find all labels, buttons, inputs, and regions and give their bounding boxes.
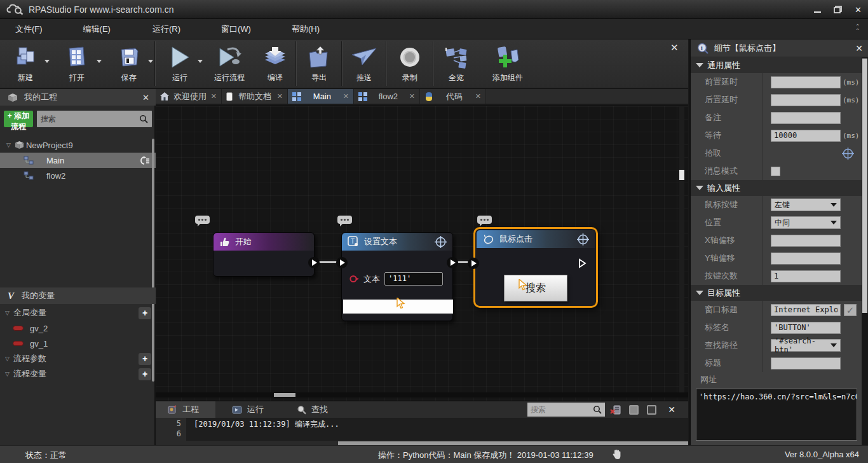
tab-flow2[interactable]: flow2 ✕ (354, 89, 420, 104)
pick-target-icon[interactable] (577, 233, 589, 245)
input-source-icon[interactable] (349, 275, 359, 283)
pick-target-icon[interactable] (435, 236, 447, 248)
tree-item-gv2[interactable]: gv_2 (0, 321, 156, 336)
section-target[interactable]: 目标属性 (691, 285, 863, 301)
close-button[interactable]: ✕ (855, 5, 862, 15)
add-flow-variable-button[interactable]: + (139, 368, 151, 380)
run-dropdown-icon[interactable] (198, 60, 203, 63)
tab-welcome[interactable]: 欢迎使用 ✕ (156, 89, 222, 104)
scrollbar-thumb[interactable] (862, 59, 867, 313)
tag-name-input[interactable] (771, 322, 841, 334)
tree-item-global-vars[interactable]: ▽ 全局变量 + (0, 305, 156, 321)
export-button[interactable]: 导出 (297, 39, 341, 88)
post-delay-input[interactable] (771, 94, 841, 106)
flow-canvas[interactable]: 开始 T 设置文本 (156, 106, 688, 401)
new-dropdown-icon[interactable] (44, 60, 50, 63)
tree-item-project[interactable]: ▽ NewProject9 (0, 137, 156, 153)
chevron-down-icon[interactable]: ▽ (5, 310, 10, 316)
tab-close-icon[interactable]: ✕ (277, 92, 283, 100)
remark-input[interactable] (771, 112, 841, 124)
title-input[interactable] (771, 357, 841, 370)
restore-button[interactable] (834, 6, 842, 13)
toolbar-close-icon[interactable]: ✕ (670, 42, 679, 53)
chevron-down-icon[interactable]: ▽ (6, 142, 11, 148)
flow-run-config-icon[interactable] (140, 156, 151, 165)
section-collapse-icon[interactable] (696, 291, 703, 295)
canvas-vertical-scrollbar[interactable] (679, 106, 684, 392)
click-count-input[interactable] (771, 270, 841, 282)
scrollbar-thumb[interactable] (274, 393, 295, 397)
output-port-empty[interactable] (577, 258, 590, 271)
project-search-input[interactable] (41, 114, 139, 123)
comment-bubble-icon[interactable] (337, 216, 353, 227)
tree-item-flow-main[interactable]: Main (0, 153, 156, 168)
menu-edit[interactable]: 编辑(E) (68, 19, 126, 39)
output-tab-run[interactable]: 运行 (215, 401, 280, 418)
comment-bubble-icon[interactable] (477, 216, 492, 227)
chevron-down-icon[interactable]: ▽ (5, 371, 10, 377)
output-tab-project[interactable]: 工程 (156, 401, 215, 418)
scrollbar-thumb[interactable] (679, 170, 684, 180)
url-textarea[interactable]: 'https://hao.360.cn/?src=lm&ls=n7c0cb239… (696, 389, 857, 441)
save-dropdown-icon[interactable] (148, 60, 153, 63)
output-tab-find[interactable]: 查找 (280, 401, 344, 418)
section-general[interactable]: 通用属性 (691, 57, 863, 73)
comment-bubble-icon[interactable] (195, 216, 210, 227)
pre-delay-input[interactable] (771, 76, 841, 88)
section-input[interactable]: 输入属性 (691, 180, 863, 196)
record-button[interactable]: 录制 (387, 39, 433, 88)
panel-maximize-icon[interactable] (645, 403, 658, 416)
menu-run[interactable]: 运行(R) (137, 19, 196, 39)
log-search-input[interactable] (531, 405, 593, 414)
add-component-button[interactable]: 添加组件 (478, 39, 537, 88)
output-port[interactable] (308, 256, 320, 269)
tab-close-icon[interactable]: ✕ (475, 92, 481, 100)
project-search-box[interactable] (37, 111, 152, 127)
tab-main[interactable]: Main ✕ (288, 89, 354, 104)
tab-close-icon[interactable]: ✕ (343, 92, 349, 100)
position-select[interactable]: 中间 (771, 216, 841, 229)
text-value-input[interactable]: '111' (384, 272, 443, 286)
properties-close-icon[interactable]: ✕ (855, 43, 863, 53)
input-port[interactable] (336, 256, 348, 269)
node-start[interactable]: 开始 (213, 232, 315, 277)
clear-log-icon[interactable] (609, 403, 622, 416)
find-path-select[interactable]: '#search-btn' (771, 339, 841, 352)
section-collapse-icon[interactable] (696, 63, 703, 67)
save-button[interactable]: 保存 (103, 39, 154, 88)
output-port[interactable] (446, 256, 459, 269)
add-flow-button[interactable]: + 添加流程 (4, 111, 33, 127)
collapse-ribbon-icon[interactable]: ⌃⌃ (855, 24, 860, 33)
add-global-variable-button[interactable]: + (139, 307, 151, 319)
menu-file[interactable]: 文件(F) (0, 19, 58, 39)
node-set-text[interactable]: T 设置文本 文本 '111' (341, 232, 453, 321)
run-button[interactable]: 运行 (156, 39, 204, 88)
x-offset-input[interactable] (771, 235, 841, 247)
node-mouse-click-selected[interactable]: 鼠标点击 搜索 (473, 227, 598, 308)
push-button[interactable]: 推送 (342, 39, 386, 88)
canvas-horizontal-scrollbar[interactable] (156, 392, 688, 397)
tab-code[interactable]: 代码 ✕ (420, 89, 486, 104)
menu-help[interactable]: 帮助(H) (276, 19, 335, 39)
tree-item-flow2[interactable]: flow2 (0, 168, 156, 183)
open-dropdown-icon[interactable] (97, 60, 102, 63)
log-area[interactable]: 5 [2019/01/03 11:12:39] 编译完成... 6 (156, 418, 688, 441)
overview-button[interactable]: 全览 (434, 39, 478, 88)
tab-help-doc[interactable]: 帮助文档 ✕ (222, 89, 288, 104)
node-mouse-click-header[interactable]: 鼠标点击 (477, 230, 595, 248)
input-port[interactable] (467, 257, 480, 270)
project-panel-close-icon[interactable]: ✕ (142, 93, 149, 102)
window-title-input[interactable] (771, 304, 841, 316)
open-button[interactable]: 打开 (51, 39, 103, 88)
node-set-text-header[interactable]: T 设置文本 (342, 233, 452, 251)
run-flow-button[interactable]: 运行流程 (204, 39, 255, 88)
mouse-button-select[interactable]: 左键 (771, 198, 841, 211)
y-offset-input[interactable] (771, 252, 841, 265)
tree-item-flow-params[interactable]: ▽ 流程参数 + (0, 351, 156, 366)
section-collapse-icon[interactable] (696, 186, 703, 190)
new-project-button[interactable]: 新建 (0, 39, 51, 88)
message-mode-checkbox[interactable] (771, 167, 780, 176)
chevron-down-icon[interactable]: ▽ (5, 356, 10, 362)
add-flow-param-button[interactable]: + (139, 353, 151, 365)
output-panel-close-icon[interactable]: ✕ (665, 403, 678, 416)
